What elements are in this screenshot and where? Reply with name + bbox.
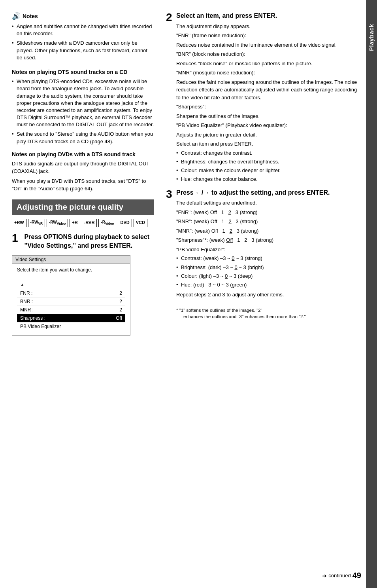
step2-section: 2 Select an item, and press ENTER. The a… — [166, 12, 358, 185]
step3-number: 3 — [166, 189, 174, 321]
dialog-row-value: 2 — [110, 307, 122, 313]
dts-cd-section: Notes on playing DTS sound tracks on a C… — [12, 68, 154, 145]
dialog-row-value: Off — [110, 315, 122, 321]
badge-vcd: VCD — [134, 219, 147, 227]
left-column: 🔊 Notes Angles and subtitles cannot be c… — [12, 12, 162, 576]
notes-icon: 🔊 — [12, 12, 21, 21]
dialog-row-value: 2 — [110, 299, 122, 304]
dialog-row-name: PB Video Equalizer — [20, 324, 110, 329]
step3-repeat: Repeat steps 2 and 3 to adjust any other… — [176, 291, 358, 299]
step3-fnr-line: "FNR": (weak) Off 1 2 3 (strong) — [176, 209, 358, 216]
step2-mnr-desc: Reduces the faint noise appearing around… — [176, 78, 358, 102]
continued-arrow: ➜ — [322, 573, 327, 579]
step2-sharpness-desc: Sharpens the outlines of the images. — [176, 112, 358, 120]
list-item: Hue: changes the colour balance. — [176, 176, 358, 183]
step1-number: 1 — [12, 233, 18, 244]
dialog-row-value — [110, 324, 122, 329]
right-column: 2 Select an item, and press ENTER. The a… — [162, 12, 358, 576]
step1-section: 1 Press OPTIONS during playback to selec… — [12, 233, 154, 336]
dialog-rows: FNR : 2 BNR : 2 MNR : 2 — [17, 289, 125, 330]
notes-heading: Notes — [23, 13, 38, 19]
dialog-instruction: Select the item you want to change. — [17, 267, 125, 273]
format-badges: +RW -RWVR -RWVideo +R -RVR -RVideo DVD V… — [12, 219, 154, 227]
badge-minus-rvideo: -RVideo — [98, 219, 116, 227]
step3-body: The default settings are underlined. "FN… — [176, 199, 358, 319]
list-item: Slideshows made with a DVD camcorder can… — [12, 40, 154, 61]
list-item: Brightness: (dark) –3 ~ 0 ~ 3 (bright) — [176, 264, 358, 271]
side-tab-label: Playback — [368, 24, 375, 51]
step3-sharpness-line: "Sharpness"*: (weak) Off 1 2 3 (strong) — [176, 236, 358, 244]
list-item: When playing DTS-encoded CDs, excessive … — [12, 78, 154, 128]
step2-pbeq-sub: Select an item and press ENTER. — [176, 140, 358, 148]
step3-bullets: Contrast: (weak) –3 ~ 0 ~ 3 (strong) Bri… — [176, 255, 358, 288]
step2-bullets: Contrast: changes the contrast. Brightne… — [176, 150, 358, 183]
list-item: Colour: makes the colours deeper or ligh… — [176, 167, 358, 174]
dialog-body: Select the item you want to change. ▲ FN… — [12, 264, 130, 335]
step2-pbeq-label: "PB Video Equalizer" (Playback video equ… — [176, 121, 358, 129]
page-number: 49 — [352, 571, 361, 580]
badge-minus-rwvr: -RWVR — [28, 219, 45, 227]
footnote-rest: enhances the outlines and "3" enhances t… — [176, 314, 306, 319]
list-item: Angles and subtitles cannot be changed w… — [12, 23, 154, 37]
continued-footer: ➜ continued 49 — [322, 571, 361, 580]
dts-cd-title: Notes on playing DTS sound tracks on a C… — [12, 68, 154, 76]
dialog-row-mnr: MNR : 2 — [17, 306, 125, 314]
step2-content: Select an item, and press ENTER. The adj… — [176, 12, 358, 185]
step3-content: Press ←/→ to adjust the setting, and pre… — [176, 189, 358, 321]
dts-dvd-title: Notes on playing DVDs with a DTS sound t… — [12, 151, 154, 158]
side-tab: Playback — [366, 0, 377, 588]
list-item: Hue: (red) –3 ~ 0 ~ 3 (green) — [176, 281, 358, 288]
list-item: Brightness: changes the overall brightne… — [176, 158, 358, 165]
list-item: Contrast: changes the contrast. — [176, 150, 358, 157]
step2-bnr-desc: Reduces "block noise" or mosaic like pat… — [176, 60, 358, 68]
badge-minus-rvr: -RVR — [82, 219, 97, 227]
badge-plus-r: +R — [70, 219, 80, 227]
step3-bnr-line: "BNR": (weak) Off 1 2 3 (strong) — [176, 218, 358, 226]
step1-title: Press OPTIONS during playback to select … — [25, 233, 154, 250]
continued-text: continued — [328, 573, 351, 579]
step3-title: Press ←/→ to adjust the setting, and pre… — [176, 189, 358, 197]
dialog-row-fnr: FNR : 2 — [17, 289, 125, 298]
step2-sharpness-label: "Sharpness": — [176, 103, 358, 111]
picture-quality-title: Adjusting the picture quality — [17, 203, 123, 211]
dialog-row-value: 2 — [110, 290, 122, 296]
notes-title: 🔊 Notes — [12, 12, 154, 21]
dts-dvd-body2: When you play a DVD with DTS sound track… — [12, 178, 154, 193]
page-container: 🔊 Notes Angles and subtitles cannot be c… — [0, 0, 377, 588]
dialog-row-pbeq: PB Video Equalizer — [17, 322, 125, 330]
step2-body: The adjustment display appears. "FNR" (f… — [176, 23, 358, 183]
notes-bullet-list: Angles and subtitles cannot be changed w… — [12, 23, 154, 61]
step2-title: Select an item, and press ENTER. — [176, 12, 358, 20]
step2-bnr-label: "BNR" (block noise reduction): — [176, 50, 358, 58]
list-item: Colour: (light) –3 ~ 0 ~ 3 (deep) — [176, 273, 358, 280]
step2-fnr-label: "FNR" (frame noise reduction): — [176, 32, 358, 40]
dialog-title-bar: Video Settings — [12, 256, 130, 264]
step3-footnote: * "1" softens the outlines of the images… — [176, 307, 358, 320]
dialog-row-sharpness: Sharpness : Off — [17, 314, 125, 322]
step2-mnr-label: "MNR" (mosquito noise reduction): — [176, 69, 358, 77]
step2-fnr-desc: Reduces noise contained in the luminance… — [176, 41, 358, 49]
step2-pbeq-desc: Adjusts the picture in greater detail. — [176, 131, 358, 139]
footnote-star: * "1" softens the outlines of the images… — [176, 308, 262, 313]
dialog-row-name: FNR : — [20, 290, 110, 296]
dts-dvd-section: Notes on playing DVDs with a DTS sound t… — [12, 151, 154, 193]
dts-cd-list: When playing DTS-encoded CDs, excessive … — [12, 78, 154, 145]
main-content: 🔊 Notes Angles and subtitles cannot be c… — [0, 0, 366, 588]
step3-pbeq-label: "PB Video Equalizer": — [176, 246, 358, 254]
step3-mnr-line: "MNR": (weak) Off 1 2 3 (strong) — [176, 227, 358, 235]
notes-section: 🔊 Notes Angles and subtitles cannot be c… — [12, 12, 154, 61]
badge-minus-rwvideo: -RWVideo — [47, 219, 68, 227]
badge-dvd: DVD — [118, 219, 132, 227]
step3-section: 3 Press ←/→ to adjust the setting, and p… — [166, 189, 358, 321]
step2-number: 2 — [166, 12, 174, 185]
dialog-selector-arrow: ▲ — [17, 282, 125, 287]
dialog-row-name: Sharpness : — [20, 315, 110, 321]
picture-quality-box: Adjusting the picture quality — [12, 199, 154, 215]
dialog-row-bnr: BNR : 2 — [17, 298, 125, 306]
list-item: Contrast: (weak) –3 ~ 0 ~ 3 (strong) — [176, 255, 358, 262]
step2-intro: The adjustment display appears. — [176, 23, 358, 30]
video-settings-dialog: Video Settings Select the item you want … — [12, 255, 130, 336]
step3-intro: The default settings are underlined. — [176, 199, 358, 207]
divider — [176, 303, 358, 303]
list-item: Set the sound to "Stereo" using the AUDI… — [12, 131, 154, 145]
